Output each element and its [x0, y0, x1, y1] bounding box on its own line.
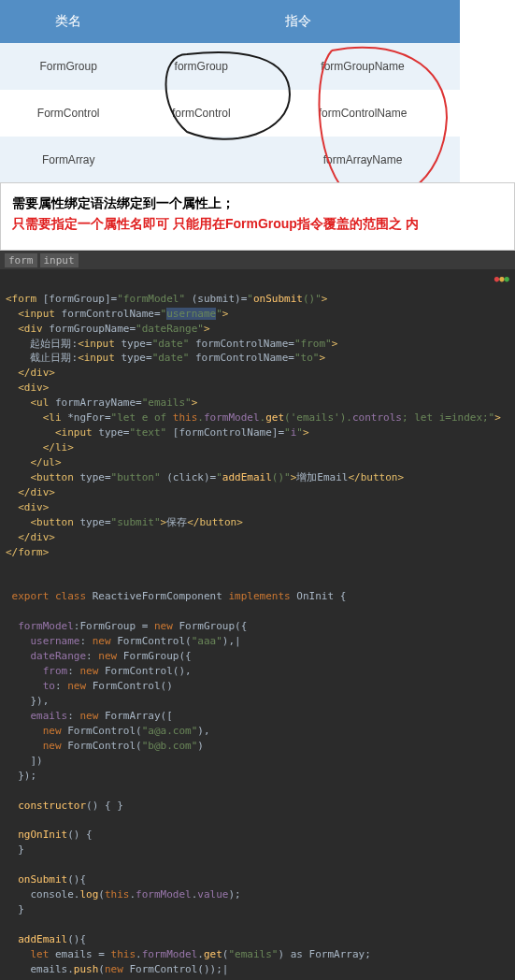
cell: FormGroup: [0, 43, 136, 90]
th-class: 类名: [0, 0, 136, 43]
cell: formGroupName: [265, 43, 460, 90]
editor-tabs: forminput: [0, 252, 515, 269]
cell: FormControl: [0, 90, 136, 137]
cell: FormArray: [0, 137, 136, 183]
cell: [136, 137, 265, 183]
tab-input[interactable]: input: [40, 253, 79, 267]
cell: formGroup: [136, 43, 265, 90]
directives-table: 类名 指令 FormGroup formGroup formGroupName …: [0, 0, 460, 183]
code-template: ●●●<form [formGroup]="formModel" (submit…: [0, 269, 515, 980]
note-line-1: 需要属性绑定语法绑定到一个属性上；: [12, 193, 503, 213]
note-box: 需要属性绑定语法绑定到一个属性上； 只需要指定一个属性名即可 只能用在FormG…: [0, 182, 515, 251]
tab-form[interactable]: form: [5, 253, 37, 267]
th-directive: 指令: [136, 0, 460, 43]
note-line-2: 只需要指定一个属性名即可 只能用在FormGroup指令覆盖的范围之 内: [12, 213, 503, 234]
cell: formArrayName: [265, 137, 460, 183]
cell: formControl: [136, 90, 265, 137]
cell: formControlName: [265, 90, 460, 137]
window-dots-icon: ●●●: [494, 273, 509, 285]
